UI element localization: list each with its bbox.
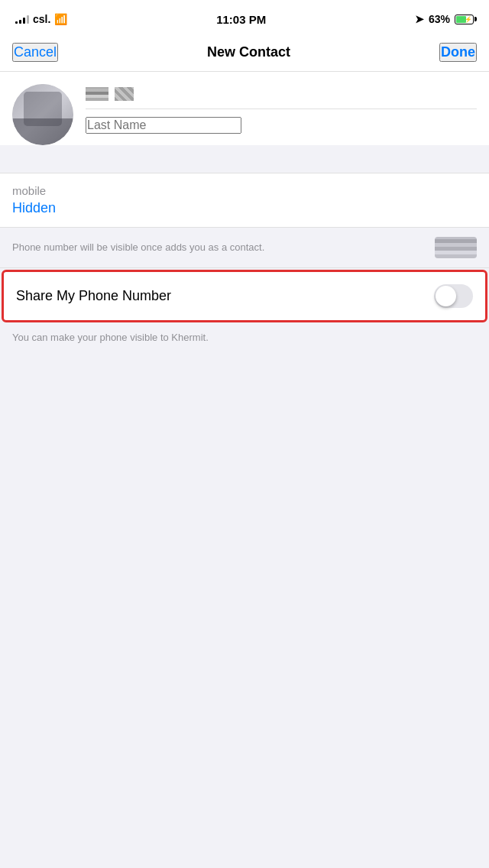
last-name-row (86, 109, 477, 141)
battery-percent: 63% (429, 13, 450, 25)
done-button[interactable]: Done (439, 43, 477, 62)
signal-bars-icon (15, 15, 29, 24)
wifi-icon: 📶 (54, 13, 67, 25)
page-title: New Contact (207, 44, 290, 60)
avatar[interactable] (12, 84, 73, 145)
status-right: ➤ 63% ⚡ (415, 13, 474, 25)
share-phone-section: Share My Phone Number (2, 270, 487, 322)
status-left: csl. 📶 (15, 13, 67, 25)
status-bar: csl. 📶 11:03 PM ➤ 63% ⚡ (0, 0, 489, 34)
location-icon: ➤ (415, 13, 424, 25)
phone-note-section: Phone number will be visible once adds y… (0, 228, 489, 268)
status-time: 11:03 PM (216, 13, 266, 26)
phone-label: mobile (12, 184, 477, 197)
name-fields (86, 84, 477, 141)
contact-header (0, 72, 489, 145)
battery-icon: ⚡ (455, 15, 474, 24)
share-phone-toggle[interactable] (434, 284, 473, 308)
section-separator (0, 145, 489, 173)
blurred-phone-number (435, 237, 477, 258)
first-name-pixelated-2 (115, 87, 134, 101)
carrier-label: csl. (33, 13, 50, 25)
bottom-note: You can make your phone visible to Kherm… (0, 324, 489, 354)
first-name-row (86, 87, 477, 109)
last-name-input[interactable] (86, 117, 241, 134)
toggle-knob (436, 286, 456, 306)
phone-section: mobile Hidden (0, 173, 489, 228)
nav-bar: Cancel New Contact Done (0, 34, 489, 72)
share-phone-row: Share My Phone Number (16, 272, 473, 320)
share-phone-label: Share My Phone Number (16, 288, 171, 304)
first-name-pixelated (86, 87, 108, 101)
phone-note-text: Phone number will be visible once adds y… (12, 241, 426, 254)
phone-value: Hidden (12, 200, 477, 216)
bottom-note-text: You can make your phone visible to Kherm… (12, 332, 209, 343)
cancel-button[interactable]: Cancel (12, 43, 58, 62)
